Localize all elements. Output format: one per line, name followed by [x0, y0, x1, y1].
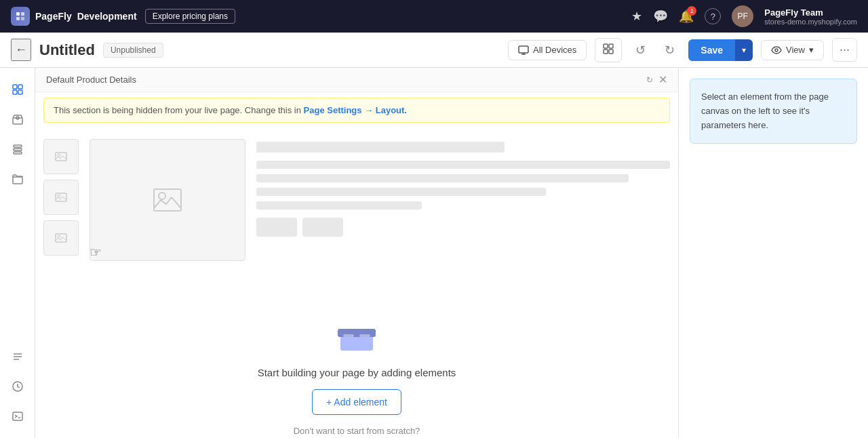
- add-element-button[interactable]: + Add element: [312, 389, 401, 415]
- warning-text: This section is being hidden from your l…: [54, 105, 301, 115]
- sidebar-item-layers[interactable]: [4, 136, 31, 163]
- svg-rect-4: [519, 46, 528, 53]
- canvas-inner: Default Product Details ↻ ✕ This section…: [35, 68, 678, 438]
- redo-button[interactable]: ↻: [659, 40, 680, 60]
- canvas-area[interactable]: Default Product Details ↻ ✕ This section…: [35, 68, 678, 438]
- svg-rect-31: [56, 234, 66, 242]
- product-preview: [35, 128, 678, 272]
- scratch-text: Don't want to start from scratch? Add se…: [282, 426, 431, 438]
- thumbnail-2: [43, 180, 79, 215]
- product-info: [256, 139, 670, 261]
- save-button[interactable]: Save: [688, 39, 735, 61]
- history-icon: [11, 380, 24, 393]
- terminal-icon: [11, 410, 24, 423]
- product-btn-1-skeleton: [256, 218, 297, 237]
- main-product-image: [90, 139, 245, 261]
- svg-point-11: [775, 49, 778, 52]
- svg-rect-20: [14, 152, 22, 154]
- svg-rect-10: [609, 49, 613, 54]
- user-name: PageFly Team: [764, 7, 857, 18]
- chat-icon[interactable]: 💬: [653, 9, 668, 24]
- sidebar-item-list[interactable]: [4, 343, 31, 370]
- svg-rect-18: [14, 145, 22, 147]
- section-refresh-icon[interactable]: ↻: [646, 75, 653, 85]
- thumbnail-3: [43, 220, 79, 256]
- svg-rect-19: [14, 148, 22, 151]
- logo-icon: [11, 7, 30, 26]
- device-selector-button[interactable]: All Devices: [508, 40, 587, 60]
- admin-bar: PageFly Development Explore pricing plan…: [0, 0, 868, 33]
- svg-rect-2: [16, 17, 20, 20]
- save-dropdown-button[interactable]: ▾: [735, 39, 753, 61]
- save-group: Save ▾: [688, 39, 753, 61]
- product-thumbnails: [43, 139, 79, 261]
- svg-rect-15: [18, 90, 22, 94]
- status-badge[interactable]: Unpublished: [103, 43, 163, 58]
- svg-rect-12: [13, 85, 17, 89]
- back-button[interactable]: ←: [11, 39, 31, 61]
- explore-pricing-button[interactable]: Explore pricing plans: [145, 9, 235, 24]
- sidebar-item-add[interactable]: [4, 76, 31, 103]
- svg-rect-33: [154, 189, 181, 211]
- product-title-skeleton: [256, 142, 505, 153]
- admin-bar-right: ★ 💬 🔔 1 ? PF PageFly Team stores-demo.my…: [631, 5, 857, 27]
- warning-link[interactable]: Page Settings → Layout.: [304, 105, 407, 115]
- warning-banner: This section is being hidden from your l…: [43, 98, 670, 123]
- section-header: Default Product Details ↻ ✕: [35, 68, 678, 92]
- page-title: Untitled: [39, 41, 95, 59]
- svg-rect-0: [16, 12, 20, 16]
- app-name: PageFly: [35, 11, 72, 22]
- product-price-skeleton: [256, 201, 422, 210]
- product-desc-1-skeleton: [256, 161, 670, 169]
- avatar: PF: [732, 5, 753, 27]
- sidebar-item-terminal[interactable]: [4, 403, 31, 430]
- svg-rect-37: [343, 334, 354, 337]
- device-label: All Devices: [533, 45, 576, 55]
- left-sidebar: [0, 68, 35, 438]
- svg-rect-27: [56, 153, 66, 161]
- svg-rect-9: [604, 49, 608, 54]
- product-btn-2-skeleton: [302, 218, 343, 237]
- cursor-icon: ☞: [90, 245, 102, 260]
- grid-icon: [602, 43, 614, 55]
- svg-rect-1: [21, 12, 24, 16]
- store-icon: [11, 113, 24, 126]
- sidebar-item-folder[interactable]: [4, 165, 31, 193]
- app-env: Development: [77, 11, 137, 22]
- sidebar-item-history[interactable]: [4, 373, 31, 400]
- star-icon[interactable]: ★: [631, 9, 642, 24]
- monitor-icon: [518, 45, 529, 56]
- svg-rect-29: [56, 193, 66, 201]
- svg-point-32: [58, 235, 60, 238]
- user-store: stores-demo.myshopify.com: [764, 18, 857, 26]
- product-desc-3-skeleton: [256, 188, 546, 196]
- svg-rect-38: [359, 334, 370, 337]
- product-desc-2-skeleton: [256, 174, 629, 182]
- product-btns-skeleton: [256, 218, 670, 237]
- more-button[interactable]: ···: [832, 38, 857, 62]
- undo-button[interactable]: ↺: [630, 40, 651, 60]
- svg-point-30: [58, 195, 60, 197]
- view-button[interactable]: View ▾: [761, 40, 824, 60]
- empty-state: Start building your page by adding eleme…: [35, 272, 678, 438]
- thumbnail-1: [43, 139, 79, 174]
- svg-rect-14: [13, 90, 17, 94]
- svg-rect-7: [604, 44, 608, 48]
- empty-state-title: Start building your page by adding eleme…: [258, 367, 456, 378]
- grid-button[interactable]: [595, 38, 622, 62]
- section-close-button[interactable]: ✕: [658, 73, 667, 86]
- help-icon[interactable]: ?: [705, 8, 721, 24]
- svg-rect-3: [21, 17, 24, 20]
- add-icon: [11, 83, 24, 96]
- svg-point-34: [159, 193, 165, 199]
- notification-badge: 1: [687, 6, 696, 16]
- right-panel-info-text: Select an element from the page canvas o…: [701, 90, 846, 132]
- svg-point-28: [58, 154, 60, 157]
- bell-icon[interactable]: 🔔 1: [679, 9, 694, 24]
- section-title: Default Product Details: [46, 75, 646, 85]
- view-label: View: [786, 45, 805, 55]
- empty-state-icon: [335, 313, 378, 356]
- sidebar-item-store[interactable]: [4, 106, 31, 133]
- cursor-area: ☞: [90, 244, 102, 260]
- user-info: PageFly Team stores-demo.myshopify.com: [764, 7, 857, 26]
